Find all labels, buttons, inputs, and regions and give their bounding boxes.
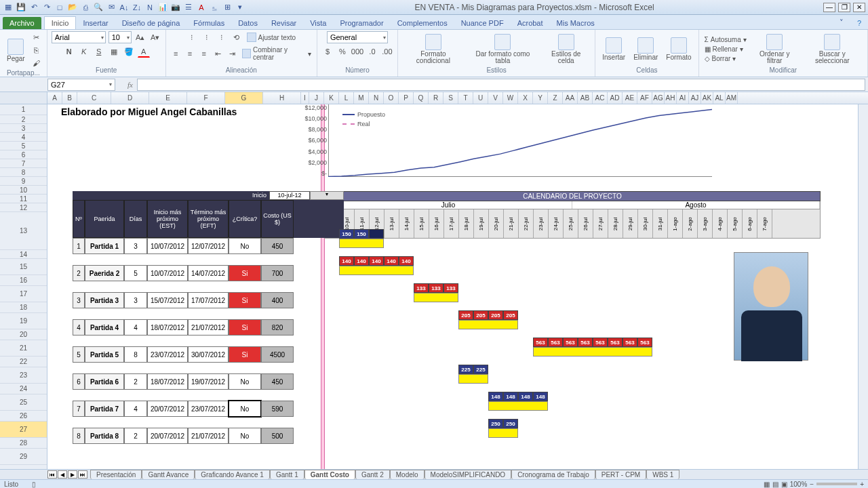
- preview-icon[interactable]: 🔍: [93, 2, 104, 13]
- col-header[interactable]: Y: [533, 92, 548, 104]
- format-painter-icon[interactable]: 🖌: [31, 57, 43, 69]
- sheet-tab[interactable]: WBS 1: [646, 470, 679, 479]
- col-header[interactable]: R: [429, 92, 443, 104]
- row-header[interactable]: 18: [0, 302, 47, 313]
- col-header[interactable]: L: [339, 92, 354, 104]
- row-header[interactable]: 8: [0, 168, 47, 177]
- row-header[interactable]: 4: [0, 133, 47, 142]
- open-icon[interactable]: 📂: [67, 2, 78, 13]
- col-header[interactable]: S: [443, 92, 458, 104]
- tab-complementos[interactable]: Complementos: [391, 17, 454, 29]
- date-spinner[interactable]: [310, 191, 344, 200]
- row-header[interactable]: 5: [0, 142, 47, 150]
- row-header[interactable]: 22: [0, 357, 47, 367]
- col-header[interactable]: Q: [414, 92, 429, 104]
- budget-line-chart[interactable]: $12,000$10,000$8,000$6,000$4,000$2,000$-…: [298, 104, 719, 186]
- row-header[interactable]: 24: [0, 384, 47, 394]
- col-header[interactable]: Z: [548, 92, 563, 104]
- row-header[interactable]: 1: [0, 104, 47, 115]
- calc-icon[interactable]: ⊞: [222, 2, 233, 13]
- border-icon[interactable]: ▦: [108, 45, 120, 58]
- grow-font-icon[interactable]: A▴: [134, 31, 146, 43]
- percent-icon[interactable]: %: [336, 45, 349, 58]
- delete-cells-button[interactable]: Eliminar: [631, 36, 660, 62]
- col-header[interactable]: H: [263, 92, 301, 104]
- col-header[interactable]: A: [47, 92, 62, 104]
- col-header[interactable]: X: [518, 92, 533, 104]
- zoom-level[interactable]: 100%: [790, 481, 808, 488]
- sheet-tab[interactable]: Gantt Costo: [304, 470, 355, 479]
- sheet-tab[interactable]: Gantt 2: [355, 470, 390, 479]
- row-header[interactable]: 6: [0, 150, 47, 159]
- col-header[interactable]: P: [399, 92, 414, 104]
- tab-nuance-pdf[interactable]: Nuance PDF: [454, 17, 511, 29]
- col-header[interactable]: O: [384, 92, 399, 104]
- col-header[interactable]: T: [458, 92, 473, 104]
- fx-icon[interactable]: fx: [127, 81, 133, 89]
- currency-icon[interactable]: $: [321, 45, 334, 58]
- align-top-icon[interactable]: ⁝: [186, 31, 198, 43]
- indent-dec-icon[interactable]: ⇤: [212, 47, 224, 60]
- col-header[interactable]: E: [149, 92, 187, 104]
- col-header[interactable]: I: [301, 92, 309, 104]
- sheet-tab[interactable]: Gantt 1: [270, 470, 304, 479]
- col-header[interactable]: AG: [652, 92, 665, 104]
- insert-cells-button[interactable]: Insertar: [599, 36, 628, 62]
- underline-button[interactable]: S: [93, 45, 105, 58]
- thousands-icon[interactable]: 000: [351, 45, 363, 58]
- tab-fórmulas[interactable]: Fórmulas: [186, 17, 231, 29]
- col-header[interactable]: AL: [713, 92, 726, 104]
- row-header[interactable]: 25: [0, 394, 47, 411]
- number-format-dropdown[interactable]: General: [327, 31, 388, 43]
- zoom-slider[interactable]: [816, 483, 857, 485]
- first-sheet-icon[interactable]: ⏮: [47, 470, 57, 479]
- col-header[interactable]: J: [309, 92, 324, 104]
- zoom-in-button[interactable]: +: [860, 481, 864, 488]
- table-row[interactable]: 8Partida 8220/07/201221/07/2012No500: [73, 428, 344, 444]
- cond-format-button[interactable]: Formato condicional: [402, 33, 465, 66]
- table-row[interactable]: 7Partida 7420/07/201223/07/2012No590: [73, 401, 344, 417]
- row-header[interactable]: 12: [0, 203, 47, 212]
- col-header[interactable]: AB: [578, 92, 593, 104]
- row-header[interactable]: 19: [0, 313, 47, 329]
- col-header[interactable]: F: [187, 92, 225, 104]
- sheet-tab[interactable]: ModeloSIMPLIFICANDO: [425, 470, 512, 479]
- cell-styles-button[interactable]: Estilos de celda: [541, 33, 591, 66]
- redo-icon[interactable]: ↷: [41, 2, 52, 13]
- sort-desc-icon[interactable]: Z↓: [132, 2, 142, 13]
- align-left-icon[interactable]: ≡: [170, 47, 182, 60]
- tab-diseño-de-página[interactable]: Diseño de página: [115, 17, 187, 29]
- col-header[interactable]: AA: [563, 92, 578, 104]
- row-header[interactable]: 20: [0, 329, 47, 340]
- tab-programador[interactable]: Programador: [333, 17, 390, 29]
- italic-button[interactable]: K: [78, 45, 90, 58]
- undo-icon[interactable]: ↶: [28, 2, 39, 13]
- copy-icon[interactable]: ⎘: [31, 44, 43, 56]
- table-row[interactable]: 3Partida 3315/07/201217/07/2012Si400: [73, 292, 344, 308]
- row-header[interactable]: 2: [0, 115, 47, 124]
- new-icon[interactable]: □: [54, 2, 65, 13]
- col-header[interactable]: V: [488, 92, 503, 104]
- row-header[interactable]: 11: [0, 195, 47, 203]
- row-header[interactable]: 26: [0, 411, 47, 422]
- close-button[interactable]: ✕: [853, 3, 865, 12]
- chart-icon[interactable]: 📊: [157, 2, 168, 13]
- row-header[interactable]: 14: [0, 250, 47, 259]
- bold-button[interactable]: N: [63, 45, 75, 58]
- save-icon[interactable]: 💾: [16, 2, 26, 13]
- tab-inicio[interactable]: Inicio: [44, 16, 77, 29]
- row-header[interactable]: 16: [0, 275, 47, 286]
- camera-icon[interactable]: 📷: [170, 2, 181, 13]
- merge-center-button[interactable]: Combinar y centrar ▾: [241, 45, 313, 62]
- zoom-out-button[interactable]: −: [810, 481, 814, 488]
- row-header[interactable]: 27: [0, 422, 47, 438]
- help-icon[interactable]: ?: [850, 17, 868, 29]
- col-header[interactable]: AM: [726, 92, 738, 104]
- row-header[interactable]: 7: [0, 159, 47, 168]
- col-header[interactable]: N: [369, 92, 384, 104]
- col-header[interactable]: AI: [677, 92, 689, 104]
- align-bottom-icon[interactable]: ⁝: [216, 31, 228, 43]
- wrap-text-button[interactable]: Ajustar texto: [245, 32, 298, 43]
- name-box[interactable]: G27: [47, 79, 115, 91]
- clear-button[interactable]: ◇ Borrar ▾: [703, 54, 748, 63]
